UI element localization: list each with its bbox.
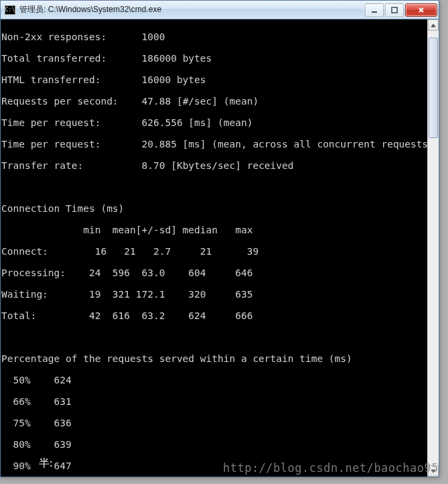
pct-80: 80% 639 bbox=[1, 439, 439, 450]
svg-rect-1 bbox=[392, 7, 397, 13]
svg-marker-4 bbox=[431, 24, 435, 27]
titlebar[interactable]: C:\ 管理员: C:\Windows\System32\cmd.exe bbox=[1, 1, 439, 19]
blank bbox=[1, 182, 439, 192]
stat-html-xfer: HTML transferred: 16000 bytes bbox=[1, 74, 439, 85]
window-title: 管理员: C:\Windows\System32\cmd.exe bbox=[19, 4, 364, 15]
conn-connect: Connect: 16 21 2.7 21 39 bbox=[1, 246, 439, 257]
stat-total-xfer: Total transferred: 186000 bytes bbox=[1, 53, 439, 64]
stat-non2xx: Non-2xx responses: 1000 bbox=[1, 32, 439, 42]
scroll-track[interactable] bbox=[428, 31, 439, 465]
close-icon bbox=[417, 6, 425, 14]
cmd-window: C:\ 管理员: C:\Windows\System32\cmd.exe Non… bbox=[0, 0, 439, 477]
stat-xfer-rate: Transfer rate: 8.70 [Kbytes/sec] receive… bbox=[1, 160, 439, 171]
pct-header: Percentage of the requests served within… bbox=[1, 353, 439, 364]
conn-cols: min mean[+/-sd] median max bbox=[1, 225, 439, 235]
conn-total: Total: 42 616 63.2 624 666 bbox=[1, 310, 439, 321]
minimize-button[interactable] bbox=[365, 3, 384, 17]
close-button[interactable] bbox=[405, 3, 437, 17]
blank bbox=[1, 332, 439, 343]
maximize-icon bbox=[390, 6, 398, 14]
console-output[interactable]: Non-2xx responses: 1000 Total transferre… bbox=[1, 19, 439, 477]
conn-processing: Processing: 24 596 63.0 604 646 bbox=[1, 267, 439, 278]
stat-tpr-all: Time per request: 20.885 [ms] (mean, acr… bbox=[1, 139, 439, 149]
chevron-up-icon bbox=[431, 23, 436, 28]
conn-waiting: Waiting: 19 321 172.1 320 635 bbox=[1, 289, 439, 300]
vertical-scrollbar[interactable] bbox=[427, 19, 439, 477]
conn-header: Connection Times (ms) bbox=[1, 203, 439, 214]
watermark-text: http://blog.csdn.net/baochao95 bbox=[223, 461, 439, 475]
ime-indicator: 半: bbox=[39, 457, 52, 471]
stat-tpr: Time per request: 626.556 [ms] (mean) bbox=[1, 117, 439, 128]
stat-rps: Requests per second: 47.88 [#/sec] (mean… bbox=[1, 96, 439, 107]
scroll-up-button[interactable] bbox=[428, 19, 439, 31]
pct-50: 50% 624 bbox=[1, 375, 439, 385]
window-buttons bbox=[364, 3, 437, 17]
pct-66: 66% 631 bbox=[1, 396, 439, 407]
scroll-thumb[interactable] bbox=[429, 38, 438, 138]
maximize-button[interactable] bbox=[385, 3, 404, 17]
cmd-icon: C:\ bbox=[5, 5, 15, 15]
minimize-icon bbox=[370, 6, 378, 14]
pct-75: 75% 636 bbox=[1, 418, 439, 428]
